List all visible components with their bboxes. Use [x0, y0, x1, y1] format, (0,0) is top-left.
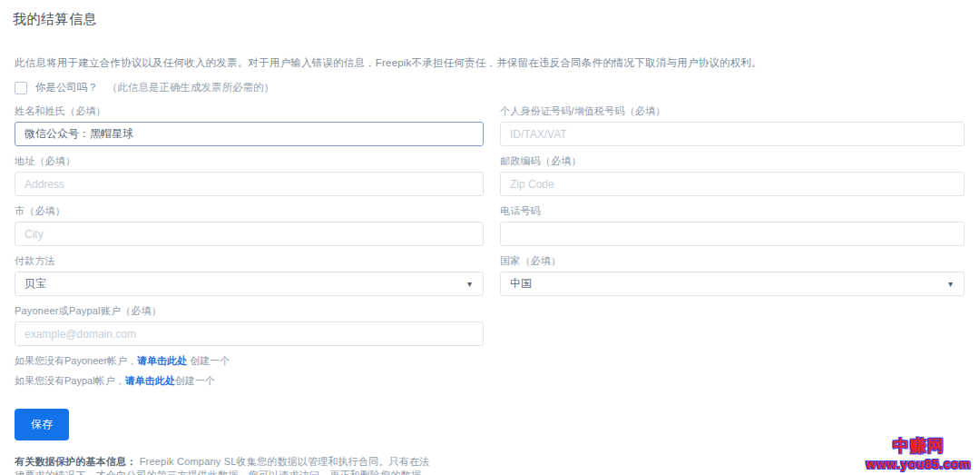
phone-input[interactable]	[500, 222, 965, 246]
privacy-lead: 有关数据保护的基本信息：	[15, 456, 136, 467]
paypal-account-field-label: Payoneer或Paypal账户（必填）	[15, 304, 484, 318]
country-selected-value: 中国	[510, 276, 532, 292]
field-tax-id: 个人身份证号码/增值税号码（必填）	[500, 104, 965, 146]
account-help-lines: 如果您没有Payoneer帐户，请单击此处 创建一个 如果您没有Paypal帐户…	[15, 354, 484, 388]
city-field-label: 市（必填）	[15, 204, 484, 218]
name-input[interactable]	[15, 122, 484, 146]
payment-method-field-label: 付款方法	[15, 254, 484, 268]
paypal-help-suffix: 创建一个	[175, 375, 215, 386]
field-phone: 电话号码	[500, 204, 965, 246]
watermark-site-url: www.you85.com	[866, 457, 971, 471]
intro-text: 此信息将用于建立合作协议以及任何收入的发票。对于用户输入错误的信息，Freepi…	[15, 56, 967, 70]
field-name: 姓名和姓氏（必填）	[15, 104, 484, 146]
payment-method-selected-value: 贝宝	[24, 276, 46, 292]
tax-id-input[interactable]	[500, 122, 965, 146]
payoneer-help-line: 如果您没有Payoneer帐户，请单击此处 创建一个	[15, 354, 484, 368]
company-checkbox-note: （此信息是正确生成发票所必需的）	[107, 81, 274, 94]
paypal-account-block: Payoneer或Paypal账户（必填） 如果您没有Payoneer帐户，请单…	[15, 304, 484, 394]
company-checkbox-row: 你是公司吗？ （此信息是正确生成发票所必需的）	[15, 81, 967, 94]
phone-field-label: 电话号码	[500, 204, 965, 218]
country-field-label: 国家（必填）	[500, 254, 965, 268]
chevron-down-icon: ▾	[467, 280, 474, 289]
paypal-create-link[interactable]: 请单击此处	[125, 375, 175, 386]
chevron-down-icon: ▾	[948, 280, 955, 289]
grid-spacer	[500, 304, 965, 394]
page-title: 我的结算信息	[13, 11, 967, 28]
field-payment-method: 付款方法 贝宝 ▾	[15, 254, 484, 296]
city-input[interactable]	[15, 222, 484, 246]
address-input[interactable]	[15, 172, 484, 196]
field-paypal-account: Payoneer或Paypal账户（必填）	[15, 304, 484, 346]
billing-settings-page: 我的结算信息 此信息将用于建立合作协议以及任何收入的发票。对于用户输入错误的信息…	[0, 0, 980, 475]
payoneer-help-prefix: 如果您没有Payoneer帐户，	[15, 355, 137, 366]
company-checkbox-label: 你是公司吗？	[35, 81, 98, 94]
billing-form: 姓名和姓氏（必填） 个人身份证号码/增值税号码（必填） 地址（必填） 邮政编码（…	[15, 104, 967, 394]
zip-field-label: 邮政编码（必填）	[500, 154, 965, 168]
tax-id-field-label: 个人身份证号码/增值税号码（必填）	[500, 104, 965, 118]
payoneer-create-link[interactable]: 请单击此处	[137, 355, 187, 366]
field-address: 地址（必填）	[15, 154, 484, 196]
name-field-label: 姓名和姓氏（必填）	[15, 104, 484, 118]
watermark: 中赚网 www.you85.com	[866, 435, 971, 471]
paypal-help-line: 如果您没有Paypal帐户，请单击此处创建一个	[15, 374, 484, 388]
country-select[interactable]: 中国 ▾	[500, 272, 965, 296]
payment-method-select[interactable]: 贝宝 ▾	[15, 272, 484, 296]
privacy-notice: 有关数据保护的基本信息： Freepik Company SL收集您的数据以管理…	[15, 455, 434, 475]
watermark-site-name: 中赚网	[866, 435, 971, 457]
field-country: 国家（必填） 中国 ▾	[500, 254, 965, 296]
zip-input[interactable]	[500, 172, 965, 196]
paypal-help-prefix: 如果您没有Paypal帐户，	[15, 375, 125, 386]
field-city: 市（必填）	[15, 204, 484, 246]
save-button[interactable]: 保存	[15, 409, 69, 440]
company-checkbox[interactable]	[15, 82, 27, 94]
field-zip: 邮政编码（必填）	[500, 154, 965, 196]
paypal-account-input[interactable]	[15, 322, 484, 346]
address-field-label: 地址（必填）	[15, 154, 484, 168]
payoneer-help-suffix: 创建一个	[187, 355, 230, 366]
